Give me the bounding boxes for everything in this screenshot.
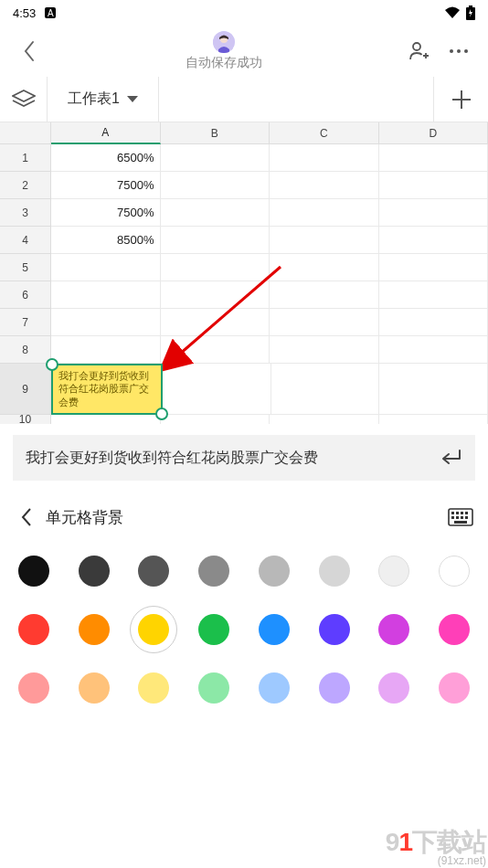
table-row[interactable]: 10 xyxy=(0,415,488,424)
keyboard-toggle-button[interactable] xyxy=(446,503,475,532)
selection-handle[interactable] xyxy=(46,358,58,371)
color-swatch[interactable] xyxy=(18,672,49,704)
table-row[interactable]: 37500% xyxy=(0,199,488,227)
selection-handle[interactable] xyxy=(155,408,168,420)
color-swatch[interactable] xyxy=(198,614,229,645)
row-header[interactable]: 6 xyxy=(0,281,51,309)
back-button[interactable] xyxy=(9,31,49,71)
cell[interactable] xyxy=(161,281,271,309)
cell[interactable] xyxy=(51,281,161,309)
spreadsheet[interactable]: A B C D 16500%27500%37500%48500%5678 9 我… xyxy=(0,122,488,424)
cell[interactable] xyxy=(51,309,161,336)
cell[interactable] xyxy=(270,172,379,199)
cell[interactable] xyxy=(51,254,161,281)
cell[interactable] xyxy=(270,144,379,172)
cell[interactable] xyxy=(161,199,271,227)
table-row[interactable]: 7 xyxy=(0,309,488,336)
row-header[interactable]: 5 xyxy=(0,254,51,281)
row-header[interactable]: 4 xyxy=(0,227,51,254)
row-header[interactable]: 7 xyxy=(0,309,51,336)
cell[interactable]: 6500% xyxy=(51,144,161,172)
table-row[interactable]: 9 我打会更好到货收到符合红花岗股票广交会费 xyxy=(0,364,488,415)
cell[interactable] xyxy=(379,227,489,254)
cell[interactable] xyxy=(379,364,488,415)
cell[interactable] xyxy=(161,309,271,336)
cell[interactable] xyxy=(161,144,271,172)
cell[interactable] xyxy=(270,415,379,424)
cell[interactable] xyxy=(163,364,271,415)
table-row[interactable]: 48500% xyxy=(0,227,488,254)
row-header[interactable]: 8 xyxy=(0,336,51,364)
cell[interactable]: 7500% xyxy=(51,172,161,199)
color-swatch[interactable] xyxy=(378,556,409,587)
column-header[interactable]: B xyxy=(161,122,271,144)
enter-button[interactable] xyxy=(439,446,462,470)
cell[interactable] xyxy=(51,415,161,424)
cell[interactable] xyxy=(379,336,489,364)
row-header[interactable]: 3 xyxy=(0,199,51,227)
cell[interactable] xyxy=(161,172,271,199)
color-swatch[interactable] xyxy=(439,672,470,704)
panel-back-button[interactable] xyxy=(13,503,40,531)
cell[interactable] xyxy=(51,336,161,364)
color-swatch[interactable] xyxy=(79,614,110,645)
cell[interactable]: 8500% xyxy=(51,227,161,254)
sheet-tab[interactable]: 工作表1 xyxy=(48,77,159,122)
color-swatch[interactable] xyxy=(138,672,169,704)
share-user-button[interactable] xyxy=(398,31,439,71)
cell[interactable] xyxy=(271,364,380,415)
formula-bar[interactable]: 我打会更好到货收到符合红花岗股票广交会费 xyxy=(13,435,475,481)
cell[interactable] xyxy=(161,415,271,424)
color-swatch[interactable] xyxy=(378,614,409,645)
avatar[interactable] xyxy=(213,31,235,53)
row-header[interactable]: 10 xyxy=(0,415,51,424)
select-all-corner[interactable] xyxy=(0,122,51,144)
cell[interactable] xyxy=(379,254,489,281)
table-row[interactable]: 5 xyxy=(0,254,488,281)
cell[interactable]: 7500% xyxy=(51,199,161,227)
color-swatch[interactable] xyxy=(259,556,290,587)
cell[interactable] xyxy=(379,199,489,227)
color-swatch[interactable] xyxy=(18,556,49,587)
cell[interactable] xyxy=(270,227,379,254)
column-header[interactable]: A xyxy=(51,122,161,144)
row-header[interactable]: 1 xyxy=(0,144,51,172)
table-row[interactable]: 8 xyxy=(0,336,488,364)
color-swatch[interactable] xyxy=(138,556,169,587)
color-swatch[interactable] xyxy=(439,614,470,645)
color-swatch[interactable] xyxy=(79,672,110,704)
cell[interactable] xyxy=(270,281,379,309)
table-row[interactable]: 16500% xyxy=(0,144,488,172)
cell[interactable] xyxy=(161,227,271,254)
cell[interactable] xyxy=(379,172,489,199)
color-swatch[interactable] xyxy=(259,614,290,645)
cell[interactable] xyxy=(379,309,489,336)
cell[interactable] xyxy=(161,336,271,364)
cell[interactable] xyxy=(379,415,489,424)
color-swatch[interactable] xyxy=(439,556,470,587)
layers-button[interactable] xyxy=(0,77,48,122)
column-header[interactable]: D xyxy=(379,122,489,144)
selected-cell[interactable]: 我打会更好到货收到符合红花岗股票广交会费 xyxy=(51,364,163,415)
column-header[interactable]: C xyxy=(270,122,379,144)
add-sheet-button[interactable] xyxy=(433,77,488,122)
cell[interactable] xyxy=(270,309,379,336)
color-swatch[interactable] xyxy=(319,556,350,587)
cell[interactable] xyxy=(379,281,489,309)
cell[interactable] xyxy=(379,144,489,172)
cell[interactable] xyxy=(270,336,379,364)
color-swatch[interactable] xyxy=(319,614,350,645)
color-swatch[interactable] xyxy=(198,556,229,587)
cell[interactable] xyxy=(270,254,379,281)
row-header[interactable]: 9 xyxy=(0,364,51,415)
color-swatch[interactable] xyxy=(138,614,169,645)
color-swatch[interactable] xyxy=(319,672,350,704)
color-swatch[interactable] xyxy=(198,672,229,704)
color-swatch[interactable] xyxy=(18,614,49,645)
table-row[interactable]: 27500% xyxy=(0,172,488,199)
color-swatch[interactable] xyxy=(259,672,290,704)
color-swatch[interactable] xyxy=(79,556,110,587)
color-swatch[interactable] xyxy=(378,672,409,704)
table-row[interactable]: 6 xyxy=(0,281,488,309)
formula-bar-text[interactable]: 我打会更好到货收到符合红花岗股票广交会费 xyxy=(26,449,428,468)
